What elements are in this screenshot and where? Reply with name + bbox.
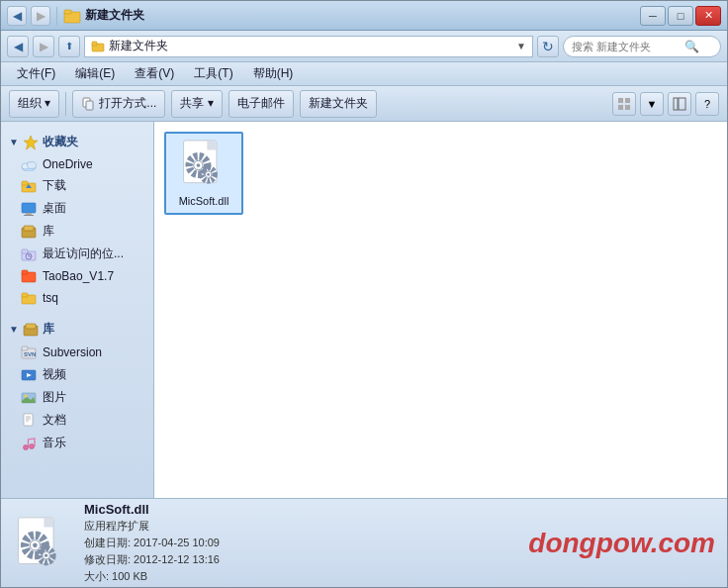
svg-rect-17 bbox=[22, 181, 28, 185]
menu-file[interactable]: 文件(F) bbox=[9, 63, 63, 84]
favorites-arrow: ▼ bbox=[9, 137, 19, 147]
svg-rect-60 bbox=[45, 517, 53, 526]
library-arrow: ▼ bbox=[9, 324, 19, 335]
menu-edit[interactable]: 编辑(E) bbox=[67, 63, 123, 84]
recent-label: 最近访问的位... bbox=[43, 245, 124, 262]
download-folder-icon bbox=[21, 178, 37, 194]
menu-tools[interactable]: 工具(T) bbox=[186, 63, 240, 84]
status-bar: MicSoft.dll 应用程序扩展 创建日期: 2017-04-25 10:0… bbox=[1, 498, 727, 587]
view-dropdown-button[interactable]: ▼ bbox=[640, 92, 664, 116]
library-icon bbox=[21, 224, 37, 240]
address-input[interactable]: 新建文件夹 ▼ bbox=[84, 36, 533, 57]
svg-rect-6 bbox=[618, 98, 623, 103]
close-button[interactable]: ✕ bbox=[695, 6, 721, 26]
email-label: 电子邮件 bbox=[237, 95, 285, 112]
watermark: dongpow.com bbox=[528, 528, 715, 559]
pane-toggle-button[interactable] bbox=[668, 92, 691, 116]
sidebar-item-documents[interactable]: 文档 bbox=[1, 409, 153, 432]
svg-point-48 bbox=[30, 443, 35, 448]
file-micsoft-dll[interactable]: MicSoft.dll bbox=[164, 132, 243, 215]
music-icon bbox=[21, 436, 37, 451]
svg-rect-9 bbox=[625, 105, 630, 110]
folder-icon bbox=[63, 7, 81, 25]
svg-rect-32 bbox=[22, 293, 28, 297]
svg-point-54 bbox=[197, 163, 201, 167]
svg-rect-10 bbox=[674, 98, 678, 110]
svg-point-63 bbox=[33, 542, 38, 547]
open-with-button[interactable]: 打开方式... bbox=[72, 90, 165, 118]
maximize-button[interactable]: □ bbox=[668, 6, 693, 26]
desktop-icon bbox=[21, 201, 37, 217]
sidebar-item-tsq[interactable]: tsq bbox=[1, 287, 153, 309]
download-label: 下载 bbox=[43, 177, 66, 194]
sidebar-item-library[interactable]: 库 bbox=[1, 220, 153, 243]
refresh-button[interactable]: ↻ bbox=[537, 36, 559, 57]
taobao-icon bbox=[21, 268, 37, 284]
dll-file-icon bbox=[178, 140, 229, 191]
search-box[interactable]: 🔍 bbox=[563, 36, 721, 57]
sidebar-item-video[interactable]: 视频 bbox=[1, 363, 153, 386]
sidebar-item-download[interactable]: 下载 bbox=[1, 174, 153, 197]
svg-rect-30 bbox=[22, 270, 28, 274]
svg-rect-51 bbox=[208, 141, 217, 149]
sidebar-item-desktop[interactable]: 桌面 bbox=[1, 197, 153, 220]
music-label: 音乐 bbox=[43, 435, 66, 451]
library-section-icon bbox=[23, 322, 39, 338]
sidebar-item-music[interactable]: 音乐 bbox=[1, 432, 153, 454]
svg-rect-34 bbox=[26, 324, 36, 329]
menu-bar: 文件(F) 编辑(E) 查看(V) 工具(T) 帮助(H) bbox=[1, 62, 727, 86]
minimize-button[interactable]: ─ bbox=[640, 6, 666, 26]
view-toggle-button[interactable] bbox=[612, 92, 636, 116]
menu-view[interactable]: 查看(V) bbox=[127, 63, 182, 84]
onedrive-label: OneDrive bbox=[43, 157, 93, 171]
video-label: 视频 bbox=[43, 366, 66, 383]
svg-rect-43 bbox=[24, 414, 33, 426]
share-button[interactable]: 共享 ▾ bbox=[171, 90, 222, 118]
svg-rect-8 bbox=[618, 105, 623, 110]
nav-forward-button[interactable]: ▶ bbox=[33, 36, 54, 57]
svg-rect-19 bbox=[22, 203, 36, 213]
svg-rect-1 bbox=[64, 10, 71, 14]
email-button[interactable]: 电子邮件 bbox=[228, 90, 294, 118]
address-folder-icon bbox=[91, 40, 105, 53]
main-window: ◀ ▶ 新建文件夹 ─ □ ✕ ◀ ▶ ⬆ 新建文件夹 ▼ bbox=[0, 0, 728, 588]
open-with-icon bbox=[81, 97, 95, 111]
tsq-label: tsq bbox=[43, 291, 58, 305]
new-folder-label: 新建文件夹 bbox=[309, 95, 368, 112]
library-header[interactable]: ▼ 库 bbox=[1, 317, 153, 342]
documents-icon bbox=[21, 413, 37, 429]
status-modified: 修改日期: 2012-12-12 13:16 bbox=[84, 552, 220, 567]
back-button[interactable]: ◀ bbox=[7, 6, 27, 26]
svg-rect-23 bbox=[24, 226, 34, 231]
sidebar-item-subversion[interactable]: SVN Subversion bbox=[1, 342, 153, 363]
status-type: 应用程序扩展 bbox=[84, 519, 220, 534]
library-section-label: 库 bbox=[43, 321, 54, 338]
desktop-label: 桌面 bbox=[43, 200, 66, 217]
organize-label: 组织 ▾ bbox=[18, 95, 50, 112]
sidebar-item-onedrive[interactable]: OneDrive bbox=[1, 154, 153, 174]
address-dropdown-icon[interactable]: ▼ bbox=[516, 41, 526, 51]
status-info: MicSoft.dll 应用程序扩展 创建日期: 2017-04-25 10:0… bbox=[84, 502, 220, 584]
menu-help[interactable]: 帮助(H) bbox=[245, 63, 302, 84]
subversion-icon: SVN bbox=[21, 344, 37, 360]
sidebar-item-pictures[interactable]: 图片 bbox=[1, 386, 153, 409]
nav-up-button[interactable]: ⬆ bbox=[58, 36, 80, 57]
sidebar-item-recent[interactable]: 最近访问的位... bbox=[1, 243, 153, 265]
svg-point-57 bbox=[207, 173, 210, 176]
new-folder-button[interactable]: 新建文件夹 bbox=[300, 90, 377, 118]
organize-button[interactable]: 组织 ▾ bbox=[9, 90, 59, 118]
favorites-header[interactable]: ▼ 收藏夹 bbox=[1, 130, 153, 154]
search-input[interactable] bbox=[572, 41, 681, 52]
pane-icon bbox=[673, 97, 686, 111]
forward-button[interactable]: ▶ bbox=[31, 6, 50, 26]
sidebar-item-taobao[interactable]: TaoBao_V1.7 bbox=[1, 265, 153, 287]
svg-rect-21 bbox=[24, 215, 34, 216]
main-content: ▼ 收藏夹 OneDrive bbox=[1, 122, 727, 498]
nav-back-button[interactable]: ◀ bbox=[7, 36, 29, 57]
search-icon: 🔍 bbox=[684, 40, 699, 53]
help-button[interactable]: ? bbox=[695, 92, 719, 116]
toolbar-divider-1 bbox=[65, 92, 66, 116]
svg-rect-36 bbox=[22, 346, 28, 350]
address-text: 新建文件夹 bbox=[109, 38, 168, 54]
file-area[interactable]: MicSoft.dll bbox=[154, 122, 727, 498]
